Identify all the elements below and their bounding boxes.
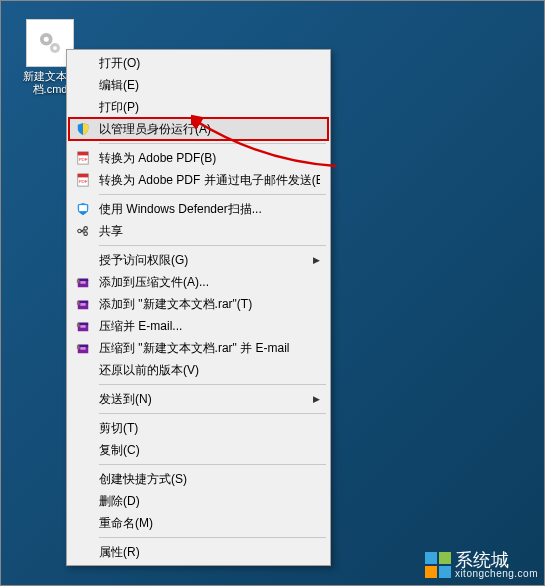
- share-icon: [73, 223, 93, 239]
- menu-item[interactable]: 重命名(M): [69, 512, 328, 534]
- svg-rect-13: [80, 281, 85, 284]
- menu-item-label: 属性(R): [99, 544, 320, 561]
- blank-icon: [73, 77, 93, 93]
- pdf-icon: PDF: [73, 172, 93, 188]
- winrar-icon: [73, 340, 93, 356]
- menu-item-label: 还原以前的版本(V): [99, 362, 320, 379]
- watermark-brand: 系统城: [455, 551, 538, 569]
- blank-icon: [73, 391, 93, 407]
- menu-separator: [99, 413, 326, 414]
- watermark: 系统城 xitongcheng.com: [425, 551, 538, 579]
- defender-icon: [73, 201, 93, 217]
- menu-item-label: 重命名(M): [99, 515, 320, 532]
- menu-item[interactable]: 添加到压缩文件(A)...: [69, 271, 328, 293]
- blank-icon: [73, 252, 93, 268]
- svg-rect-21: [80, 325, 85, 328]
- svg-rect-18: [77, 301, 80, 305]
- svg-point-1: [44, 37, 49, 42]
- pdf-icon: PDF: [73, 150, 93, 166]
- menu-item-label: 以管理员身份运行(A): [99, 121, 320, 138]
- blank-icon: [73, 515, 93, 531]
- svg-text:PDF: PDF: [79, 157, 88, 162]
- menu-separator: [99, 537, 326, 538]
- menu-item[interactable]: PDF转换为 Adobe PDF 并通过电子邮件发送(E): [69, 169, 328, 191]
- svg-rect-26: [77, 345, 80, 349]
- menu-item[interactable]: 添加到 "新建文本文档.rar"(T): [69, 293, 328, 315]
- menu-separator: [99, 143, 326, 144]
- menu-item-label: 授予访问权限(G): [99, 252, 313, 269]
- menu-item-label: 共享: [99, 223, 320, 240]
- menu-item[interactable]: 属性(R): [69, 541, 328, 563]
- menu-item-label: 打印(P): [99, 99, 320, 116]
- menu-item-label: 删除(D): [99, 493, 320, 510]
- gear-icon: [35, 28, 65, 58]
- menu-item[interactable]: 以管理员身份运行(A): [69, 118, 328, 140]
- menu-separator: [99, 194, 326, 195]
- menu-item[interactable]: 发送到(N)▶: [69, 388, 328, 410]
- svg-rect-5: [78, 152, 89, 156]
- svg-rect-25: [80, 347, 85, 350]
- menu-item-label: 转换为 Adobe PDF(B): [99, 150, 320, 167]
- menu-item[interactable]: 压缩并 E-mail...: [69, 315, 328, 337]
- blank-icon: [73, 471, 93, 487]
- menu-item[interactable]: 复制(C): [69, 439, 328, 461]
- context-menu: 打开(O)编辑(E)打印(P)以管理员身份运行(A)PDF转换为 Adobe P…: [66, 49, 331, 566]
- svg-rect-8: [78, 174, 89, 178]
- blank-icon: [73, 420, 93, 436]
- menu-item-label: 创建快捷方式(S): [99, 471, 320, 488]
- menu-item-label: 压缩到 "新建文本文档.rar" 并 E-mail: [99, 340, 320, 357]
- menu-item-label: 压缩并 E-mail...: [99, 318, 320, 335]
- menu-separator: [99, 245, 326, 246]
- svg-rect-10: [79, 205, 88, 212]
- svg-rect-14: [77, 279, 80, 283]
- menu-item-label: 打开(O): [99, 55, 320, 72]
- menu-item[interactable]: 打开(O): [69, 52, 328, 74]
- svg-rect-22: [77, 323, 80, 327]
- menu-separator: [99, 464, 326, 465]
- menu-item[interactable]: 授予访问权限(G)▶: [69, 249, 328, 271]
- menu-item[interactable]: 共享: [69, 220, 328, 242]
- menu-item[interactable]: 剪切(T): [69, 417, 328, 439]
- menu-item[interactable]: 还原以前的版本(V): [69, 359, 328, 381]
- svg-text:PDF: PDF: [79, 179, 88, 184]
- blank-icon: [73, 493, 93, 509]
- blank-icon: [73, 362, 93, 378]
- menu-item[interactable]: 压缩到 "新建文本文档.rar" 并 E-mail: [69, 337, 328, 359]
- winrar-icon: [73, 296, 93, 312]
- menu-item-label: 添加到压缩文件(A)...: [99, 274, 320, 291]
- menu-item-label: 剪切(T): [99, 420, 320, 437]
- winrar-icon: [73, 318, 93, 334]
- menu-item-label: 复制(C): [99, 442, 320, 459]
- shield-icon: [73, 121, 93, 137]
- menu-item-label: 转换为 Adobe PDF 并通过电子邮件发送(E): [99, 172, 320, 189]
- menu-item[interactable]: 编辑(E): [69, 74, 328, 96]
- menu-item[interactable]: 删除(D): [69, 490, 328, 512]
- blank-icon: [73, 99, 93, 115]
- menu-item-label: 发送到(N): [99, 391, 313, 408]
- submenu-arrow-icon: ▶: [313, 394, 320, 404]
- menu-item-label: 使用 Windows Defender扫描...: [99, 201, 320, 218]
- winrar-icon: [73, 274, 93, 290]
- watermark-logo-icon: [425, 552, 451, 578]
- blank-icon: [73, 55, 93, 71]
- menu-separator: [99, 384, 326, 385]
- menu-item-label: 添加到 "新建文本文档.rar"(T): [99, 296, 320, 313]
- blank-icon: [73, 442, 93, 458]
- svg-rect-17: [80, 303, 85, 306]
- menu-item[interactable]: 创建快捷方式(S): [69, 468, 328, 490]
- submenu-arrow-icon: ▶: [313, 255, 320, 265]
- menu-item[interactable]: 打印(P): [69, 96, 328, 118]
- menu-item[interactable]: PDF转换为 Adobe PDF(B): [69, 147, 328, 169]
- watermark-url: xitongcheng.com: [455, 569, 538, 579]
- blank-icon: [73, 544, 93, 560]
- menu-item-label: 编辑(E): [99, 77, 320, 94]
- menu-item[interactable]: 使用 Windows Defender扫描...: [69, 198, 328, 220]
- svg-point-3: [53, 46, 57, 50]
